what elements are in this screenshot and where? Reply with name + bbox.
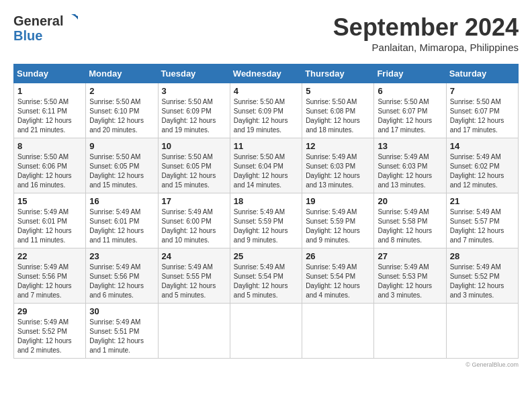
page-header: General Blue September 2024 Panlaitan, M…: [13, 13, 519, 53]
table-row: 15Sunrise: 5:49 AMSunset: 6:01 PMDayligh…: [14, 193, 86, 248]
table-row: 2Sunrise: 5:50 AMSunset: 6:10 PMDaylight…: [86, 83, 158, 138]
calendar-week-4: 22Sunrise: 5:49 AMSunset: 5:56 PMDayligh…: [14, 248, 519, 304]
location: Panlaitan, Mimaropa, Philippines: [333, 42, 519, 53]
table-row: 7Sunrise: 5:50 AMSunset: 6:07 PMDaylight…: [446, 83, 518, 138]
table-row: 6Sunrise: 5:50 AMSunset: 6:07 PMDaylight…: [374, 83, 446, 138]
table-row: 10Sunrise: 5:50 AMSunset: 6:05 PMDayligh…: [158, 138, 230, 193]
logo-blue: Blue: [13, 28, 78, 43]
table-row: 17Sunrise: 5:49 AMSunset: 6:00 PMDayligh…: [158, 193, 230, 248]
general-blue-logo: General Blue: [13, 13, 78, 43]
header-thursday: Thursday: [302, 64, 374, 83]
header-wednesday: Wednesday: [230, 64, 302, 83]
month-title: September 2024: [333, 13, 519, 42]
table-row: [302, 304, 374, 359]
table-row: 18Sunrise: 5:49 AMSunset: 5:59 PMDayligh…: [230, 193, 302, 248]
calendar-week-1: 1Sunrise: 5:50 AMSunset: 6:11 PMDaylight…: [14, 83, 519, 138]
header-tuesday: Tuesday: [158, 64, 230, 83]
table-row: 24Sunrise: 5:49 AMSunset: 5:55 PMDayligh…: [158, 248, 230, 304]
table-row: [158, 304, 230, 359]
title-block: September 2024 Panlaitan, Mimaropa, Phil…: [333, 13, 519, 53]
calendar-week-3: 15Sunrise: 5:49 AMSunset: 6:01 PMDayligh…: [14, 193, 519, 248]
table-row: 12Sunrise: 5:49 AMSunset: 6:03 PMDayligh…: [302, 138, 374, 193]
svg-marker-1: [74, 15, 78, 19]
table-row: 27Sunrise: 5:49 AMSunset: 5:53 PMDayligh…: [374, 248, 446, 304]
table-row: [374, 304, 446, 359]
table-row: 5Sunrise: 5:50 AMSunset: 6:08 PMDaylight…: [302, 83, 374, 138]
table-row: 29Sunrise: 5:49 AMSunset: 5:52 PMDayligh…: [14, 304, 86, 359]
table-row: 11Sunrise: 5:50 AMSunset: 6:04 PMDayligh…: [230, 138, 302, 193]
table-row: 14Sunrise: 5:49 AMSunset: 6:02 PMDayligh…: [446, 138, 518, 193]
table-row: [230, 304, 302, 359]
table-row: [446, 304, 518, 359]
table-row: 21Sunrise: 5:49 AMSunset: 5:57 PMDayligh…: [446, 193, 518, 248]
table-row: 22Sunrise: 5:49 AMSunset: 5:56 PMDayligh…: [14, 248, 86, 304]
table-row: 26Sunrise: 5:49 AMSunset: 5:54 PMDayligh…: [302, 248, 374, 304]
weekday-header-row: Sunday Monday Tuesday Wednesday Thursday…: [14, 64, 519, 83]
table-row: 4Sunrise: 5:50 AMSunset: 6:09 PMDaylight…: [230, 83, 302, 138]
table-row: 30Sunrise: 5:49 AMSunset: 5:51 PMDayligh…: [86, 304, 158, 359]
calendar-week-5: 29Sunrise: 5:49 AMSunset: 5:52 PMDayligh…: [14, 304, 519, 359]
logo: General Blue: [13, 13, 78, 43]
table-row: 8Sunrise: 5:50 AMSunset: 6:06 PMDaylight…: [14, 138, 86, 193]
header-friday: Friday: [374, 64, 446, 83]
table-row: 13Sunrise: 5:49 AMSunset: 6:03 PMDayligh…: [374, 138, 446, 193]
calendar-table: Sunday Monday Tuesday Wednesday Thursday…: [13, 64, 519, 359]
table-row: 19Sunrise: 5:49 AMSunset: 5:59 PMDayligh…: [302, 193, 374, 248]
table-row: 25Sunrise: 5:49 AMSunset: 5:54 PMDayligh…: [230, 248, 302, 304]
footer: © GeneralBlue.com: [13, 361, 519, 368]
logo-general: General: [13, 13, 63, 28]
table-row: 20Sunrise: 5:49 AMSunset: 5:58 PMDayligh…: [374, 193, 446, 248]
calendar-week-2: 8Sunrise: 5:50 AMSunset: 6:06 PMDaylight…: [14, 138, 519, 193]
logo-bird-icon: [64, 13, 78, 26]
header-sunday: Sunday: [14, 64, 86, 83]
table-row: 23Sunrise: 5:49 AMSunset: 5:56 PMDayligh…: [86, 248, 158, 304]
table-row: 16Sunrise: 5:49 AMSunset: 6:01 PMDayligh…: [86, 193, 158, 248]
table-row: 28Sunrise: 5:49 AMSunset: 5:52 PMDayligh…: [446, 248, 518, 304]
table-row: 9Sunrise: 5:50 AMSunset: 6:05 PMDaylight…: [86, 138, 158, 193]
header-monday: Monday: [86, 64, 158, 83]
table-row: 3Sunrise: 5:50 AMSunset: 6:09 PMDaylight…: [158, 83, 230, 138]
header-saturday: Saturday: [446, 64, 518, 83]
table-row: 1Sunrise: 5:50 AMSunset: 6:11 PMDaylight…: [14, 83, 86, 138]
